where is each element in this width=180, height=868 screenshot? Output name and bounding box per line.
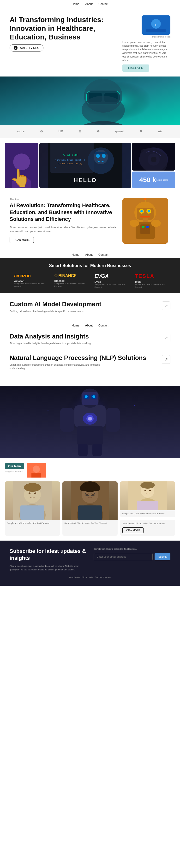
evga-desc: Sample text. Click to select the Text El… <box>95 283 126 288</box>
nav2-about[interactable]: About <box>85 253 93 256</box>
discover-button[interactable]: DISCOVER <box>122 64 149 72</box>
hero-title: AI Transforming Industries: Innovation i… <box>10 16 118 41</box>
svg-rect-62 <box>93 444 102 456</box>
logos-section: ogie ⚙ HD ⊞ ⊕ qmed ❋ nir <box>0 125 180 138</box>
about-section: About us AI Revolution: Transforming Hea… <box>0 191 180 251</box>
team-card-1-text: Sample text. Click to select the Text El… <box>5 520 60 527</box>
svg-rect-58 <box>60 408 74 432</box>
svg-point-57 <box>88 417 92 421</box>
svg-point-63 <box>47 410 48 411</box>
tesla-logo: TESLA <box>135 273 166 279</box>
svg-point-22 <box>96 154 100 158</box>
amazon-name: Amazon <box>14 280 45 282</box>
svg-text:// AI CODE: // AI CODE <box>62 154 78 157</box>
vr-banner <box>0 76 180 125</box>
partner-tesla: TESLA Tesla Sample text. Click to select… <box>135 273 166 288</box>
team-card-3: Sample text. Click to select the Text El… <box>120 482 175 517</box>
nav-home[interactable]: Home <box>72 2 79 6</box>
hero-right: AI Image from Freepik Lorem ipsum dolor … <box>122 16 170 72</box>
svg-point-74 <box>34 492 36 494</box>
subscribe-button[interactable]: Submit <box>154 553 170 560</box>
service-2-title: Data Analysis and Insights <box>10 333 162 340</box>
svg-rect-76 <box>21 505 44 520</box>
svg-point-68 <box>33 466 40 473</box>
svg-point-66 <box>144 434 144 434</box>
team-photo-2 <box>62 482 118 520</box>
subscribe-left: Subscribe for latest updates & insights … <box>10 548 86 571</box>
service-3-content: Natural Language Processing (NLP) Soluti… <box>10 354 162 370</box>
svg-point-87 <box>86 494 88 495</box>
service-1-arrow[interactable] <box>162 302 170 310</box>
svg-point-12 <box>13 154 30 170</box>
svg-text:function train(model) {: function train(model) { <box>55 159 85 161</box>
team-label: Our team <box>5 463 24 469</box>
svg-point-38 <box>151 220 161 227</box>
service-3-title: Natural Language Processing (NLP) Soluti… <box>10 354 162 362</box>
svg-point-23 <box>102 154 106 158</box>
subscribe-footer: Sample text. Click to select the Text El… <box>10 576 170 579</box>
team-photo-1 <box>5 482 60 520</box>
nav-about[interactable]: About <box>85 2 93 6</box>
svg-point-53 <box>85 395 87 398</box>
svg-point-37 <box>130 220 139 227</box>
partner-logos-row: amazon Amazon Sample text. Click to sele… <box>10 273 170 288</box>
svg-point-95 <box>149 490 151 491</box>
watch-video-button[interactable]: WATCH VIDEO <box>10 44 43 52</box>
hero-image-caption: Image from Freepik <box>122 36 170 38</box>
evga-logo: EVGA <box>95 273 126 279</box>
svg-point-41 <box>140 210 143 212</box>
subscribe-right: Sample text. Click to select the Text El… <box>94 548 170 560</box>
nav-contact[interactable]: Contact <box>98 2 108 6</box>
partners-section: Smart Solutions for Modern Businesses am… <box>0 258 180 293</box>
svg-text:AI: AI <box>155 24 157 27</box>
logo-ogie: ogie <box>17 129 25 133</box>
svg-text:}: } <box>55 165 57 168</box>
svg-text:return model.fit();: return model.fit(); <box>58 162 82 165</box>
svg-point-10 <box>82 96 125 125</box>
view-more-button[interactable]: VIEW MORE <box>122 527 144 533</box>
partners-title: Smart Solutions for Modern Businesses <box>10 263 170 268</box>
svg-text:👆: 👆 <box>10 168 31 188</box>
logo-icon1: ⚙ <box>40 129 43 133</box>
subscribe-sample-text: Sample text. Click to select the Text El… <box>94 548 170 550</box>
logo-icon4: ❋ <box>140 129 143 133</box>
svg-point-81 <box>80 485 86 491</box>
team-photo-3 <box>120 482 175 510</box>
svg-rect-24 <box>95 152 107 154</box>
svg-rect-89 <box>78 505 102 520</box>
svg-point-88 <box>92 494 94 495</box>
service-1: Custom AI Model Development Building tai… <box>10 301 170 317</box>
logo-hd: HD <box>58 129 63 133</box>
nav2: Home About Contact <box>0 251 180 258</box>
subscribe-body: At vero eos et accusam et justo duo dolo… <box>10 564 86 571</box>
team-tag: Our team Image from Freepik <box>5 463 24 477</box>
nav2-contact[interactable]: Contact <box>98 253 108 256</box>
read-more-button[interactable]: READ MORE <box>10 237 34 243</box>
team-section: Our team Image from Freepik <box>0 458 180 540</box>
gallery-left-panel: 👆 <box>5 143 38 188</box>
hero-section: AI Transforming Industries: Innovation i… <box>0 8 180 76</box>
svg-point-83 <box>87 483 93 488</box>
nav3-about[interactable]: About <box>85 324 93 327</box>
email-input[interactable] <box>94 553 153 560</box>
service-1-title: Custom AI Model Development <box>10 301 162 308</box>
nav2-home[interactable]: Home <box>72 253 79 256</box>
svg-point-1 <box>151 19 161 29</box>
nav3-contact[interactable]: Contact <box>98 324 108 327</box>
svg-rect-61 <box>78 444 87 456</box>
active-users-label: Active users <box>156 179 168 181</box>
tesla-name: Tesla <box>135 280 166 283</box>
service-3: Natural Language Processing (NLP) Soluti… <box>10 354 170 374</box>
team-grid: Sample text. Click to select the Text El… <box>5 482 175 536</box>
svg-rect-60 <box>77 426 103 445</box>
nav3-home[interactable]: Home <box>72 324 79 327</box>
evga-name: Evga <box>95 280 126 283</box>
hello-text: HELLO <box>74 177 97 184</box>
active-users-count: 450 k <box>139 176 156 184</box>
team-card-1: Sample text. Click to select the Text El… <box>5 482 60 536</box>
service-3-arrow[interactable] <box>162 355 170 364</box>
svg-point-64 <box>134 405 135 406</box>
vr-image <box>0 76 180 125</box>
service-2-arrow[interactable] <box>162 334 170 342</box>
play-icon <box>14 46 17 50</box>
